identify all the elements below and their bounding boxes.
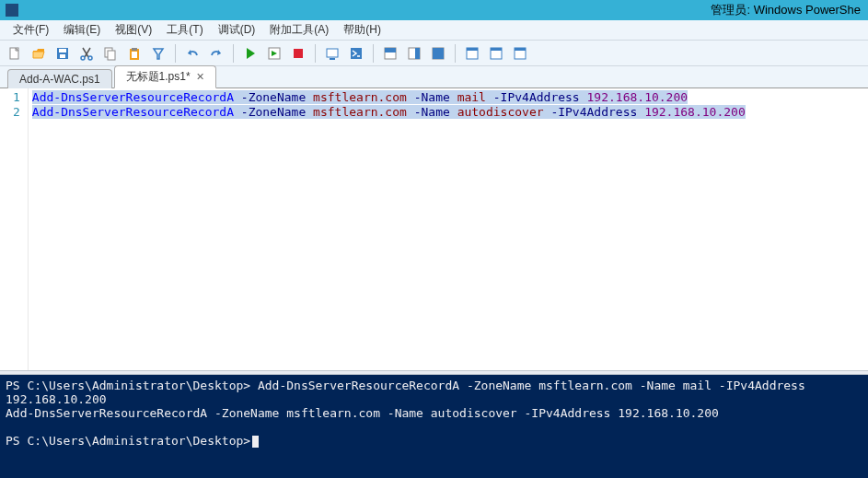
- svg-rect-27: [515, 48, 526, 51]
- console-pane[interactable]: PS C:\Users\Administrator\Desktop> Add-D…: [0, 375, 868, 478]
- menu-item-3[interactable]: 工具(T): [159, 20, 210, 40]
- script-editor[interactable]: 12 Add-DnsServerResourceRecordA -ZoneNam…: [0, 88, 868, 370]
- menubar: 文件(F)编辑(E)视图(V)工具(T)调试(D)附加工具(A)帮助(H): [0, 20, 868, 41]
- save-icon: [55, 46, 70, 61]
- token: -Name: [414, 105, 450, 119]
- token: [450, 105, 457, 119]
- svg-rect-23: [467, 48, 478, 51]
- menu-item-0[interactable]: 文件(F): [6, 20, 56, 40]
- remote-icon: [325, 46, 340, 61]
- redo-icon: [209, 46, 224, 61]
- script-pane-icon: [489, 46, 503, 61]
- toolbar: [0, 41, 868, 66]
- token: [234, 90, 241, 104]
- token: [407, 105, 414, 119]
- svg-rect-21: [433, 48, 444, 59]
- powershell-button[interactable]: [345, 42, 367, 64]
- pane-max-icon: [431, 46, 446, 61]
- script-pane-button[interactable]: [485, 42, 507, 64]
- svg-rect-3: [60, 54, 65, 58]
- editor-container: 12 Add-DnsServerResourceRecordA -ZoneNam…: [0, 88, 868, 478]
- pane-top-button[interactable]: [379, 42, 401, 64]
- code-line-2[interactable]: Add-DnsServerResourceRecordA -ZoneName m…: [32, 105, 864, 120]
- token: [450, 90, 457, 104]
- copy-icon: [103, 46, 118, 61]
- clear-button[interactable]: [147, 42, 169, 64]
- cursor: [252, 436, 259, 448]
- stop-button[interactable]: [287, 42, 309, 64]
- svg-rect-10: [132, 52, 137, 58]
- pane-right-icon: [407, 46, 422, 61]
- token: [580, 90, 587, 104]
- toolbar-separator: [455, 44, 456, 63]
- token: Add-DnsServerResourceRecordA: [32, 90, 234, 104]
- token: [306, 90, 313, 104]
- console-line-0: PS C:\Users\Administrator\Desktop> Add-D…: [6, 379, 862, 406]
- menu-item-2[interactable]: 视图(V): [108, 20, 159, 40]
- token: Add-DnsServerResourceRecordA: [32, 105, 234, 119]
- token: [637, 105, 644, 119]
- toolbar-separator: [233, 44, 234, 63]
- svg-point-5: [88, 56, 92, 60]
- undo-icon: [185, 46, 200, 61]
- paste-icon: [127, 46, 142, 61]
- open-file-button[interactable]: [28, 42, 50, 64]
- redo-button[interactable]: [205, 42, 227, 64]
- token: -ZoneName: [241, 90, 306, 104]
- cmd-window-icon: [513, 46, 527, 61]
- new-file-icon: [7, 46, 22, 61]
- run-icon: [243, 46, 258, 61]
- code-area[interactable]: Add-DnsServerResourceRecordA -ZoneName m…: [29, 88, 868, 370]
- cmd-window-button[interactable]: [509, 42, 531, 64]
- run-button[interactable]: [239, 42, 261, 64]
- menu-item-5[interactable]: 附加工具(A): [262, 20, 336, 40]
- run-selection-icon: [267, 46, 282, 61]
- token: autodiscover: [457, 105, 544, 119]
- paste-button[interactable]: [123, 42, 145, 64]
- menu-item-1[interactable]: 编辑(E): [56, 20, 108, 40]
- token: -IPv4Address: [493, 90, 580, 104]
- tab-0[interactable]: Add-A-WAC.ps1: [7, 69, 112, 88]
- token: msftlearn.com: [313, 90, 407, 104]
- tab-label: Add-A-WAC.ps1: [19, 73, 100, 86]
- line-gutter: 12: [0, 88, 29, 370]
- command-addon-button[interactable]: [461, 42, 483, 64]
- close-icon[interactable]: ✕: [196, 71, 204, 83]
- cut-icon: [79, 46, 94, 61]
- code-line-1[interactable]: Add-DnsServerResourceRecordA -ZoneName m…: [32, 90, 864, 105]
- svg-rect-12: [294, 49, 303, 58]
- clear-icon: [151, 46, 166, 61]
- svg-point-4: [81, 56, 85, 60]
- menu-item-4[interactable]: 调试(D): [211, 20, 263, 40]
- svg-rect-9: [132, 48, 137, 51]
- open-file-icon: [31, 46, 46, 61]
- run-selection-button[interactable]: [263, 42, 285, 64]
- menu-item-6[interactable]: 帮助(H): [336, 20, 388, 40]
- line-number: 1: [13, 90, 20, 105]
- tab-label: 无标题1.ps1*: [126, 69, 191, 85]
- token: [306, 105, 313, 119]
- toolbar-separator: [373, 44, 374, 63]
- pane-right-button[interactable]: [403, 42, 425, 64]
- titlebar[interactable]: 管理员: Windows PowerShe: [0, 0, 868, 20]
- copy-button[interactable]: [99, 42, 122, 64]
- new-file-button[interactable]: [4, 42, 26, 64]
- toolbar-separator: [315, 44, 316, 63]
- svg-rect-2: [59, 49, 66, 52]
- svg-rect-17: [385, 48, 396, 52]
- svg-rect-19: [415, 48, 420, 59]
- remote-button[interactable]: [321, 42, 343, 64]
- console-line-3: PS C:\Users\Administrator\Desktop>: [6, 434, 862, 448]
- console-line-2: [6, 420, 862, 434]
- cut-button[interactable]: [75, 42, 98, 64]
- token: [486, 90, 493, 104]
- token: [234, 105, 241, 119]
- tab-1[interactable]: 无标题1.ps1*✕: [114, 65, 216, 88]
- undo-button[interactable]: [181, 42, 203, 64]
- svg-rect-13: [327, 49, 338, 57]
- pane-max-button[interactable]: [427, 42, 449, 64]
- line-number: 2: [13, 105, 20, 120]
- save-button[interactable]: [52, 42, 74, 64]
- token: [407, 90, 414, 104]
- token: -Name: [414, 90, 450, 104]
